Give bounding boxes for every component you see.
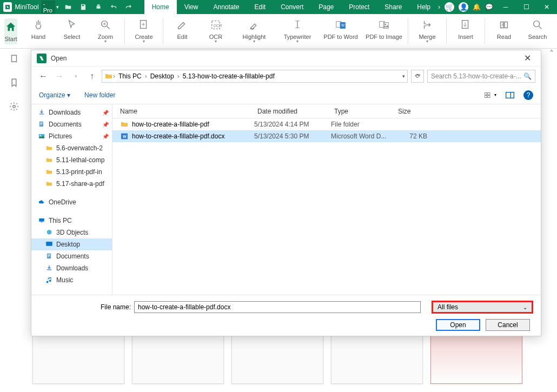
file-type-filter[interactable]: All files ⌄: [432, 301, 533, 314]
thumbnail[interactable]: [132, 335, 224, 384]
dialog-close-button[interactable]: ✕: [520, 52, 535, 64]
open-button[interactable]: Open: [436, 319, 480, 331]
col-type[interactable]: Type: [334, 108, 398, 115]
settings-icon[interactable]: [9, 102, 20, 112]
tree-item-onedrive[interactable]: OneDrive: [31, 196, 112, 208]
tree-item-3d-objects[interactable]: 3D Objects: [31, 227, 112, 238]
tree-item-downloads[interactable]: Downloads: [31, 262, 112, 274]
file-row[interactable]: Whow-to-create-a-fillable-pdf.docx5/13/2…: [112, 130, 541, 142]
menu-tab-share[interactable]: Share: [377, 0, 409, 14]
thumbnail[interactable]: [231, 335, 323, 384]
menu-tab-help[interactable]: Help: [409, 0, 438, 14]
search-input[interactable]: Search 5.13-how-to-create-a-... 🔍: [427, 70, 535, 83]
help-button[interactable]: ?: [523, 90, 533, 100]
chat-icon[interactable]: 💬: [485, 3, 493, 11]
ribbon-hand[interactable]: Hand: [22, 18, 55, 44]
close-button[interactable]: ✕: [539, 0, 555, 14]
chevron-down-icon[interactable]: ▾: [402, 74, 405, 79]
svg-rect-41: [39, 218, 44, 222]
ribbon-ocr[interactable]: OCROCR▾: [199, 18, 233, 44]
ribbon-select[interactable]: Select: [55, 18, 89, 44]
dropdown-icon[interactable]: ▾: [56, 4, 59, 10]
refresh-button[interactable]: [411, 70, 424, 83]
menu-tab-page[interactable]: Page: [311, 0, 341, 14]
file-name-input[interactable]: [134, 301, 421, 313]
nav-tree[interactable]: Downloads📌Documents📌Pictures📌5.6-overwat…: [31, 104, 112, 295]
chevron-up-icon[interactable]: ˄: [549, 49, 555, 59]
ribbon-typewriter[interactable]: Typewriter▾: [276, 18, 319, 44]
ribbon-insert[interactable]: Insert: [449, 18, 482, 44]
thumbnail[interactable]: [32, 335, 124, 384]
breadcrumb-item[interactable]: Desktop: [147, 72, 177, 80]
up-button[interactable]: ↑: [85, 70, 98, 83]
maximize-button[interactable]: ☐: [518, 0, 534, 14]
ribbon-highlight[interactable]: Highlight▾: [233, 18, 276, 44]
col-name[interactable]: Name: [120, 108, 257, 115]
tree-item-this-pc[interactable]: This PC: [31, 215, 112, 227]
back-button[interactable]: ←: [37, 70, 50, 83]
breadcrumb-item[interactable]: 5.13-how-to-create-a-fillable-pdf: [180, 72, 278, 80]
new-folder-button[interactable]: New folder: [84, 91, 115, 99]
svg-rect-1: [97, 4, 100, 5]
menu-tab-edit[interactable]: Edit: [247, 0, 274, 14]
ribbon-pdf-to-image[interactable]: PDF to Image: [362, 18, 406, 44]
tree-item-pictures[interactable]: Pictures📌: [31, 130, 112, 142]
cancel-button[interactable]: Cancel: [486, 319, 530, 331]
bell-icon[interactable]: 🔔: [473, 3, 481, 11]
bookmark-icon[interactable]: [9, 78, 20, 89]
tree-item-5-17-share-a-pdf[interactable]: 5.17-share-a-pdf: [31, 178, 112, 190]
ribbon-edit[interactable]: Edit: [165, 18, 199, 44]
tree-item-5-13-print-pdf-in[interactable]: 5.13-print-pdf-in: [31, 166, 112, 178]
nav-right-icon[interactable]: ›: [438, 3, 440, 11]
menu-tab-annotate[interactable]: Annotate: [205, 0, 247, 14]
tree-item-5-6-overwatch-2[interactable]: 5.6-overwatch-2: [31, 142, 112, 154]
minimize-button[interactable]: ─: [498, 0, 514, 14]
save-icon[interactable]: [78, 2, 88, 12]
breadcrumb[interactable]: › This PC›Desktop›5.13-how-to-create-a-f…: [102, 70, 408, 83]
ribbon: Start HandSelectZoom▾Create▾EditOCROCR▾H…: [0, 14, 557, 49]
ribbon-zoom[interactable]: Zoom▾: [89, 18, 122, 44]
undo-icon[interactable]: [109, 2, 118, 12]
ribbon-pdf-to-word[interactable]: WPDF to Word: [319, 18, 362, 44]
file-row[interactable]: how-to-create-a-fillable-pdf5/13/2024 4:…: [112, 118, 541, 130]
ribbon-search[interactable]: Search: [521, 18, 554, 44]
print-icon[interactable]: [94, 2, 103, 12]
ribbon-read[interactable]: ARead: [487, 18, 521, 44]
column-headers[interactable]: Name Date modified Type Size: [112, 104, 541, 118]
pic-icon: [38, 132, 45, 140]
thumbnail[interactable]: [430, 335, 522, 384]
insert-icon: [459, 18, 472, 31]
svg-point-20: [384, 23, 386, 25]
ribbon-start[interactable]: Start: [4, 18, 17, 44]
open-icon[interactable]: [63, 2, 73, 12]
preview-pane-button[interactable]: [504, 90, 516, 100]
tree-item-downloads[interactable]: Downloads📌: [31, 107, 112, 118]
user-icon[interactable]: 👤: [459, 2, 468, 12]
hand-icon: [32, 18, 45, 31]
menu-tab-home[interactable]: Home: [144, 0, 177, 14]
pin-icon: 📌: [102, 122, 109, 128]
search-icon: 🔍: [523, 72, 532, 80]
col-date[interactable]: Date modified: [257, 108, 334, 115]
tree-item-documents[interactable]: Documents📌: [31, 118, 112, 130]
breadcrumb-item[interactable]: This PC: [115, 72, 145, 80]
ribbon-create[interactable]: Create▾: [127, 18, 161, 44]
menu-tab-convert[interactable]: Convert: [273, 0, 311, 14]
menu-tab-view[interactable]: View: [177, 0, 206, 14]
tree-item-documents[interactable]: Documents: [31, 250, 112, 262]
forward-button[interactable]: →: [53, 70, 66, 83]
view-options-button[interactable]: ▾: [485, 90, 496, 100]
ribbon-merge[interactable]: Merge▾: [410, 18, 444, 44]
history-dropdown[interactable]: ▾: [69, 70, 82, 83]
thumbnail[interactable]: [331, 335, 423, 384]
tree-item-desktop[interactable]: Desktop: [31, 238, 112, 250]
tree-item-5-11-lethal-comp[interactable]: 5.11-lethal-comp: [31, 154, 112, 166]
ocr-icon: OCR: [209, 18, 222, 31]
redo-icon[interactable]: [124, 2, 134, 12]
tree-item-music[interactable]: Music: [31, 274, 112, 286]
cart-icon[interactable]: 🛒: [445, 2, 454, 12]
organize-button[interactable]: Organize ▾: [39, 91, 70, 99]
menu-tab-protect[interactable]: Protect: [341, 0, 377, 14]
page-icon[interactable]: [9, 54, 20, 65]
col-size[interactable]: Size: [398, 108, 430, 115]
